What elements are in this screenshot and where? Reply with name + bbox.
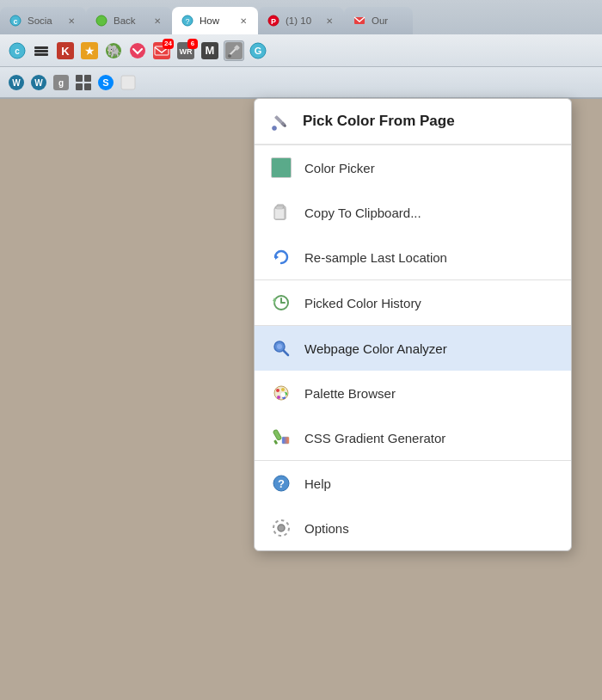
svg-text:G: G bbox=[255, 46, 262, 56]
menu-item-css-gradient[interactable]: CSS Gradient Generator bbox=[255, 415, 571, 460]
tab-socia-close[interactable]: ✕ bbox=[65, 15, 77, 27]
svg-point-60 bbox=[277, 344, 282, 349]
tab-how[interactable]: ? How ✕ bbox=[172, 7, 258, 34]
ext-layers-icon[interactable] bbox=[31, 40, 52, 61]
svg-point-64 bbox=[281, 388, 285, 391]
tab-back-favicon bbox=[95, 14, 108, 28]
svg-text:?: ? bbox=[185, 17, 189, 26]
svg-text:M: M bbox=[206, 44, 215, 57]
menu-item-webpage-analyzer[interactable]: Webpage Color Analyzer bbox=[255, 326, 571, 371]
svg-text:🐘: 🐘 bbox=[107, 44, 122, 58]
ext-pocket-icon[interactable] bbox=[127, 40, 148, 61]
menu-item-resample[interactable]: Re-sample Last Location bbox=[255, 235, 571, 279]
svg-rect-11 bbox=[34, 50, 48, 52]
tab-socia-favicon: c bbox=[9, 14, 22, 28]
tab-back-label: Back bbox=[114, 15, 146, 26]
svg-rect-52 bbox=[274, 208, 285, 219]
svg-text:g: g bbox=[58, 78, 64, 88]
svg-point-29 bbox=[228, 54, 231, 58]
menu-item-palette-label: Palette Browser bbox=[304, 386, 396, 401]
menu-item-resample-label: Re-sample Last Location bbox=[304, 250, 447, 265]
tab-socia-label: Socia bbox=[28, 15, 60, 26]
tab-gmail-label: Our bbox=[372, 15, 404, 26]
tab-pinterest[interactable]: P (1) 10 ✕ bbox=[258, 7, 344, 34]
tab-pinterest-label: (1) 10 bbox=[286, 15, 318, 26]
bm-misc-icon[interactable] bbox=[119, 73, 138, 92]
svg-text:P: P bbox=[271, 17, 276, 26]
svg-rect-71 bbox=[282, 437, 289, 444]
main-toolbar: c K ★ 🐘 24 WR 6 M bbox=[0, 34, 602, 67]
tab-gmail[interactable]: Our bbox=[344, 7, 413, 34]
ext-g-icon[interactable]: G bbox=[248, 40, 268, 61]
bm-grid-icon[interactable] bbox=[74, 73, 93, 92]
wr-badge: 6 bbox=[187, 39, 198, 49]
history-icon bbox=[270, 292, 292, 314]
browser-chrome: c Socia ✕ Back ✕ ? How ✕ P (1) 10 bbox=[0, 0, 602, 99]
gradient-icon bbox=[270, 427, 292, 449]
svg-rect-10 bbox=[34, 46, 48, 49]
tab-pinterest-close[interactable]: ✕ bbox=[323, 15, 335, 27]
ext-c-icon[interactable]: c bbox=[7, 40, 28, 61]
menu-header[interactable]: Pick Color From Page bbox=[255, 99, 571, 144]
menu-item-palette-browser[interactable]: Palette Browser bbox=[255, 371, 571, 415]
svg-rect-69 bbox=[273, 429, 281, 440]
menu-header-label: Pick Color From Page bbox=[303, 113, 455, 130]
svg-point-68 bbox=[280, 392, 286, 397]
svg-point-74 bbox=[278, 525, 285, 531]
tab-how-label: How bbox=[200, 15, 232, 26]
tab-bar: c Socia ✕ Back ✕ ? How ✕ P (1) 10 bbox=[0, 0, 602, 34]
bm-wp-icon[interactable]: W bbox=[7, 73, 26, 92]
ext-evernote-icon[interactable]: 🐘 bbox=[103, 40, 124, 61]
svg-point-48 bbox=[273, 126, 277, 131]
tab-back[interactable]: Back ✕ bbox=[86, 7, 172, 34]
ext-wr-icon[interactable]: WR 6 bbox=[175, 40, 196, 61]
options-icon bbox=[270, 517, 292, 539]
tab-back-close[interactable]: ✕ bbox=[151, 15, 163, 27]
svg-point-67 bbox=[277, 396, 280, 399]
menu-item-picked-history[interactable]: Picked Color History bbox=[255, 280, 571, 325]
ext-eyedropper-icon[interactable] bbox=[224, 40, 244, 61]
svg-line-61 bbox=[284, 351, 288, 355]
color-swatch-icon bbox=[270, 157, 292, 179]
menu-item-analyzer-label: Webpage Color Analyzer bbox=[304, 341, 447, 356]
menu-item-color-picker-label: Color Picker bbox=[304, 161, 375, 175]
svg-text:★: ★ bbox=[84, 44, 95, 58]
svg-rect-70 bbox=[273, 439, 278, 445]
menu-item-gradient-label: CSS Gradient Generator bbox=[304, 431, 445, 445]
menu-item-help-label: Help bbox=[304, 476, 331, 491]
menu-item-options[interactable]: Options bbox=[255, 506, 571, 550]
bookmarks-bar: W W g S bbox=[0, 67, 602, 98]
ext-m-icon[interactable]: M bbox=[200, 40, 220, 61]
svg-point-2 bbox=[96, 15, 107, 26]
svg-text:c: c bbox=[13, 17, 17, 26]
menu-item-color-picker[interactable]: Color Picker bbox=[255, 145, 571, 190]
tab-gmail-favicon bbox=[353, 14, 366, 28]
tab-pinterest-favicon: P bbox=[267, 14, 280, 28]
bm-wp2-icon[interactable]: W bbox=[29, 73, 48, 92]
tab-how-close[interactable]: ✕ bbox=[237, 15, 249, 27]
svg-rect-38 bbox=[76, 75, 83, 82]
svg-marker-54 bbox=[275, 255, 279, 260]
ext-k-icon[interactable]: K bbox=[55, 40, 76, 61]
svg-text:K: K bbox=[61, 45, 70, 58]
resample-icon bbox=[270, 246, 292, 268]
help-icon: ? bbox=[270, 472, 292, 494]
svg-text:S: S bbox=[102, 77, 108, 88]
bm-shazam-icon[interactable]: S bbox=[96, 73, 115, 92]
ext-star-icon[interactable]: ★ bbox=[79, 40, 100, 61]
svg-text:?: ? bbox=[278, 477, 285, 490]
menu-item-copy-clipboard[interactable]: Copy To Clipboard... bbox=[255, 190, 571, 235]
eyedropper-header-icon bbox=[270, 111, 291, 132]
menu-item-history-label: Picked Color History bbox=[304, 296, 421, 310]
menu-item-options-label: Options bbox=[304, 521, 349, 536]
menu-item-help[interactable]: ? Help bbox=[255, 461, 571, 506]
svg-rect-12 bbox=[34, 53, 48, 56]
ext-mail-icon[interactable]: 24 bbox=[151, 40, 172, 61]
bm-g-icon[interactable]: g bbox=[52, 73, 71, 92]
magnify-icon bbox=[270, 337, 292, 359]
tab-socia[interactable]: c Socia ✕ bbox=[0, 7, 86, 34]
mail-badge: 24 bbox=[163, 39, 174, 49]
clipboard-icon bbox=[270, 201, 292, 224]
color-swatch bbox=[271, 157, 292, 178]
svg-point-19 bbox=[130, 43, 145, 58]
